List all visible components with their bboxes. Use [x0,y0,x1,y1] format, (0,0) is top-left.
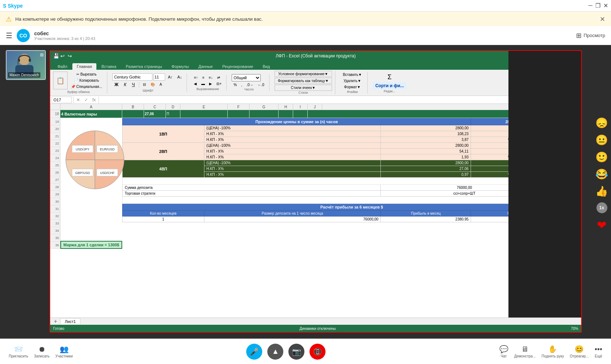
format-as-table-button[interactable]: Форматировать как таблицу▼ [275,78,332,84]
comma-button[interactable]: , [239,82,244,88]
close-btn[interactable]: ✕ [603,2,608,9]
font-name-input[interactable]: Century Gothic [112,73,152,81]
cell-reference-input[interactable]: O17 [52,97,72,103]
notification-close[interactable]: ✕ [600,15,605,23]
emoji-laugh[interactable]: 😂 [595,168,608,180]
bold-button[interactable]: Ж [112,81,121,88]
insert-function-icon[interactable]: fx [91,97,97,102]
align-right-button[interactable]: ▶ [207,81,214,86]
underline-button[interactable]: Ч [130,81,137,88]
align-middle-button[interactable]: ≡ [200,75,206,80]
confirm-formula-icon[interactable]: ✓ [83,97,89,102]
excel-redo-icon[interactable]: ↪ [68,53,72,59]
raise-hand-button[interactable]: ✋ Поднять руку [542,345,564,358]
cell-18-A[interactable]: 4 Валютные пары [60,110,122,118]
excel-undo-icon[interactable]: ↩ [60,53,65,59]
number-format-select[interactable]: Общий Число Дата [232,74,261,81]
cell-18-F[interactable] [228,110,249,118]
tab-formulas[interactable]: Формулы [167,63,193,70]
font-shrink-button[interactable]: A↓ [176,74,184,80]
border-button[interactable]: ⊟ [141,82,148,87]
demo-button[interactable]: 🖥 Демонстра... [514,345,536,358]
add-sheet-button[interactable]: + [52,318,59,325]
autosum-button[interactable]: Σ [373,72,406,82]
cell-18-E[interactable] [180,110,228,118]
more-button[interactable]: ••• Ещё [595,345,602,358]
col-header-G[interactable]: G [249,104,279,110]
tab-review[interactable]: Рецензирование [218,63,257,70]
tab-file[interactable]: Файл [53,63,72,70]
formula-input[interactable] [100,98,580,102]
cell-18-B[interactable] [122,110,144,118]
camera-button[interactable]: 📷 [288,344,304,360]
svg-text:USD/CHF: USD/CHF [100,171,115,175]
cell-18-D[interactable]: П [166,110,180,118]
emoji-thumbsup[interactable]: 👍 [595,185,608,197]
excel-save-icon[interactable]: 💾 [53,53,59,59]
hamburger-menu[interactable]: ☰ [6,31,12,40]
tab-insert[interactable]: Вставка [97,63,121,70]
col-header-J[interactable]: J [308,104,322,110]
emoji-neutral[interactable]: 😐 [595,134,608,146]
copy-button[interactable]: 📄 Копировать [69,78,104,83]
microphone-button[interactable]: 🎤 [246,344,262,360]
cut-button[interactable]: ✂ Вырезать [69,72,104,77]
increase-decimal-button[interactable]: .0→ [245,82,255,88]
emoji-smile[interactable]: 🙂 [595,151,608,163]
italic-button[interactable]: К [122,81,129,88]
row-num-26: 26 [50,169,60,176]
align-left-button[interactable]: ◀ [192,81,199,86]
maximize-btn[interactable]: ❐ [595,2,600,9]
cell-styles-button[interactable]: Стили ячеек▼ [275,85,332,91]
tab-data[interactable]: Данные [194,63,217,70]
tab-view[interactable]: Вид [258,63,274,70]
insert-cells-button[interactable]: Вставить▼ [340,72,364,78]
mic-arrow-button[interactable]: ▲ [267,344,283,360]
col-header-C[interactable]: C [144,104,166,110]
record-button[interactable]: ⏺ Записать [34,345,50,358]
cell-18-I[interactable] [293,110,308,118]
align-top-button[interactable]: ≡↑ [192,75,200,80]
decrease-decimal-button[interactable]: ←.0 [256,82,266,88]
col-header-F[interactable]: F [228,104,249,110]
font-size-input[interactable]: 11 [153,73,165,81]
react-button[interactable]: 😊 Отреагир... [570,345,589,358]
end-call-button[interactable]: 📵 [310,344,326,360]
percent-button[interactable]: % [232,82,239,88]
col-header-H[interactable]: H [279,104,293,110]
align-bottom-button[interactable]: ≡↓ [207,75,215,80]
heart-icon[interactable]: ❤ [597,218,607,232]
format-cells-button[interactable]: Формат▼ [340,84,364,90]
font-color-button[interactable]: A [158,82,164,87]
col-header-D[interactable]: D [166,104,180,110]
align-center-button[interactable]: ▬ [199,81,207,86]
col-header-I[interactable]: I [293,104,308,110]
col-header-A[interactable]: A [60,104,122,110]
thumb-expand-icon[interactable]: ⊞ [40,52,44,57]
tab-home[interactable]: Главная [72,63,96,70]
sheet-tab-1[interactable]: Лист1 [60,318,80,324]
tab-page-layout[interactable]: Разметка страницы [121,63,167,70]
minimize-btn[interactable]: ─ [588,2,592,9]
col-header-E[interactable]: E [180,104,228,110]
paste-special-button[interactable]: 📌 Специальная... [69,84,104,89]
chat-button[interactable]: 💬 Чат [499,345,508,358]
cell-18-C[interactable]: 27,06 [144,110,166,118]
cell-18-H[interactable] [279,110,293,118]
merge-center-button[interactable]: ⊟+ [215,81,223,86]
paste-button[interactable]: 📋 [53,72,68,89]
wrap-text-button[interactable]: ⇌ [215,75,222,80]
participants-button[interactable]: 👥 Участники [55,345,73,358]
emoji-sad[interactable]: 😞 [595,117,608,129]
fill-color-button[interactable]: 🎨 [149,82,157,87]
font-grow-button[interactable]: A↑ [166,74,175,80]
view-button[interactable]: ⊞ Просмотр [576,32,605,40]
conditional-format-button[interactable]: Условное форматирование▼ [275,71,332,77]
invite-button[interactable]: 📨 Пригласить [9,345,28,358]
sort-filter-button[interactable]: Сорти и фи... [373,82,406,89]
delete-cells-button[interactable]: Удалить▼ [340,78,364,84]
col-header-B[interactable]: B [122,104,144,110]
cell-18-G[interactable] [249,110,279,118]
cancel-formula-icon[interactable]: ✕ [75,97,81,102]
window-controls[interactable]: ─ ❐ ✕ [588,2,608,9]
